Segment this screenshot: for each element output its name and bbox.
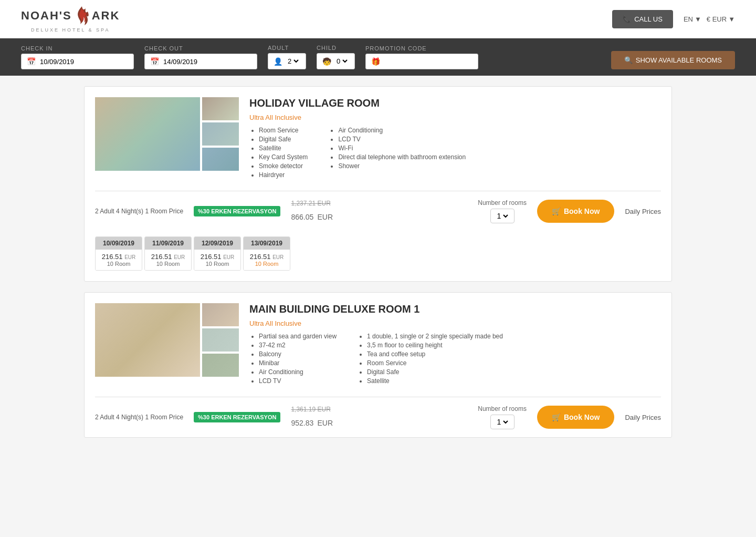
room-thumb-3[interactable] — [202, 148, 239, 171]
daily-price-cell: 12/09/2019216.51 EUR10 Room — [194, 236, 241, 271]
lang-currency[interactable]: EN ▼ € EUR ▼ — [684, 15, 735, 23]
amenity-item: Room Service — [367, 359, 503, 367]
rooms-select: Number of rooms 123 — [478, 405, 527, 429]
amenity-item: 37-42 m2 — [259, 342, 337, 349]
final-price-wrap: 866.05 EUR — [291, 207, 333, 223]
amenity-item: Hairdryer — [259, 171, 308, 179]
checkout-field: CHECK OUT 📅 — [144, 45, 257, 69]
room-main-image[interactable] — [95, 97, 200, 171]
rooms-select: Number of rooms 123 — [478, 199, 527, 223]
final-price: 952.83 EUR — [291, 413, 333, 429]
room-card: HOLIDAY VILLAGE ROOM Ultra All Inclusive… — [84, 86, 672, 282]
amenities: Room ServiceDigital SafeSatelliteKey Car… — [249, 127, 661, 180]
promo-label: PROMOTION CODE — [365, 45, 478, 51]
rooms-count-select[interactable]: 123 — [495, 417, 510, 427]
room-top: MAIN BUILDING DELUXE ROOM 1 Ultra All In… — [85, 293, 671, 397]
checkin-input[interactable] — [40, 58, 128, 66]
amenity-item: Direct dial telephone with bathroom exte… — [338, 153, 466, 161]
room-thumbnails — [202, 97, 239, 180]
amenity-item: Key Card System — [259, 153, 308, 161]
rooms-count-select[interactable]: 123 — [495, 211, 510, 221]
room-top: HOLIDAY VILLAGE ROOM Ultra All Inclusive… — [85, 87, 671, 191]
daily-rooms: 10 Room — [148, 261, 188, 267]
checkin-label: CHECK IN — [21, 45, 134, 51]
amenity-item: Room Service — [259, 127, 308, 134]
checkout-label: CHECK OUT — [144, 45, 257, 51]
rooms-stepper[interactable]: 123 — [490, 209, 514, 223]
child-icon: 🧒 — [322, 57, 331, 66]
daily-price-cell: 11/09/2019216.51 EUR10 Room — [144, 236, 192, 271]
checkout-input[interactable] — [163, 58, 251, 66]
daily-prices-link[interactable]: Daily Prices — [625, 414, 661, 421]
adult-field: ADULT 👤 2 1 3 4 — [268, 45, 306, 69]
main-content: HOLIDAY VILLAGE ROOM Ultra All Inclusive… — [74, 76, 682, 459]
early-badge: %30 ERKEN REZERVASYON — [194, 412, 280, 422]
amenity-item: LCD TV — [338, 136, 466, 143]
rooms-stepper[interactable]: 123 — [490, 415, 514, 429]
child-select-wrap[interactable]: 🧒 0 1 2 3 — [317, 53, 355, 69]
room-thumbnails — [202, 303, 239, 386]
final-price-wrap: 952.83 EUR — [291, 413, 333, 429]
amenity-item: Shower — [338, 162, 466, 170]
amenity-item: Minibar — [259, 359, 337, 367]
checkin-field: CHECK IN 📅 — [21, 45, 134, 69]
room-card: MAIN BUILDING DELUXE ROOM 1 Ultra All In… — [84, 292, 672, 438]
adult-select[interactable]: 2 1 3 4 — [286, 57, 300, 66]
cart-icon: 🛒 — [552, 413, 561, 421]
amenities: Partial sea and garden view37-42 m2Balco… — [249, 333, 661, 386]
header-actions: 📞 CALL US EN ▼ € EUR ▼ — [612, 10, 735, 28]
amenity-item: Satellite — [259, 144, 308, 152]
room-thumb-2[interactable] — [202, 122, 239, 146]
nights-label: 2 Adult 4 Night(s) 1 Room Price — [95, 414, 183, 421]
amenity-item: Tea and coffee setup — [367, 350, 503, 358]
header: NOAH'S ARK DELUXE HOTEL & SPA 📞 CALL US … — [0, 0, 756, 38]
call-button[interactable]: 📞 CALL US — [612, 10, 673, 28]
amenity-item: Digital Safe — [367, 368, 503, 376]
language-selector[interactable]: EN ▼ — [684, 15, 701, 23]
amenity-item: Air Conditioning — [338, 127, 466, 134]
amenity-item: 3,5 m floor to ceiling height — [367, 342, 503, 349]
amenity-item: Air Conditioning — [259, 368, 337, 376]
rooms-label: Number of rooms — [478, 405, 527, 412]
pricing-row: 2 Adult 4 Night(s) 1 Room Price %30 ERKE… — [85, 191, 671, 231]
checkout-input-wrap[interactable]: 📅 — [144, 54, 257, 69]
child-select[interactable]: 0 1 2 3 — [334, 57, 349, 66]
promo-field: PROMOTION CODE 🎁 — [365, 45, 478, 69]
room-info: MAIN BUILDING DELUXE ROOM 1 Ultra All In… — [249, 303, 661, 386]
daily-price-cell: 13/09/2019216.51 EUR10 Room — [243, 236, 290, 271]
room-thumb-1[interactable] — [202, 303, 239, 326]
promo-input[interactable] — [384, 58, 472, 66]
amenity-col-left: Room ServiceDigital SafeSatelliteKey Car… — [249, 127, 308, 180]
amenity-col-right: 1 double, 1 single or 2 single specially… — [358, 333, 503, 386]
room-thumb-3[interactable] — [202, 354, 239, 377]
phone-icon: 📞 — [623, 15, 631, 23]
room-images — [95, 303, 239, 386]
room-thumb-2[interactable] — [202, 328, 239, 352]
original-price: 1,237.21 EUR — [291, 200, 333, 207]
room-images — [95, 97, 239, 180]
daily-rooms: 10 Room — [247, 261, 287, 267]
amenity-item: 1 double, 1 single or 2 single specially… — [367, 333, 503, 340]
daily-price-cell: 10/09/2019216.51 EUR10 Room — [95, 236, 142, 271]
adult-label: ADULT — [268, 45, 306, 51]
room-main-image[interactable] — [95, 303, 200, 377]
adult-select-wrap[interactable]: 👤 2 1 3 4 — [268, 53, 306, 69]
book-now-button[interactable]: 🛒 Book Now — [537, 200, 614, 223]
amenity-item: Balcony — [259, 350, 337, 358]
daily-prices-link[interactable]: Daily Prices — [625, 208, 661, 215]
room-plan: Ultra All Inclusive — [249, 113, 661, 121]
room-thumb-1[interactable] — [202, 97, 239, 120]
gift-icon: 🎁 — [371, 57, 380, 66]
currency-selector[interactable]: € EUR ▼ — [707, 15, 735, 23]
checkin-input-wrap[interactable]: 📅 — [21, 54, 134, 69]
room-title: MAIN BUILDING DELUXE ROOM 1 — [249, 303, 661, 315]
rooms-label: Number of rooms — [478, 199, 527, 206]
promo-input-wrap[interactable]: 🎁 — [365, 54, 478, 69]
book-now-button[interactable]: 🛒 Book Now — [537, 406, 614, 429]
room-info: HOLIDAY VILLAGE ROOM Ultra All Inclusive… — [249, 97, 661, 180]
amenity-item: Digital Safe — [259, 136, 308, 143]
show-rooms-button[interactable]: 🔍 SHOW AVAILABLE ROOMS — [611, 51, 735, 69]
amenity-item: Smoke detector — [259, 162, 308, 170]
search-icon: 🔍 — [624, 56, 633, 64]
nights-label: 2 Adult 4 Night(s) 1 Room Price — [95, 208, 183, 215]
